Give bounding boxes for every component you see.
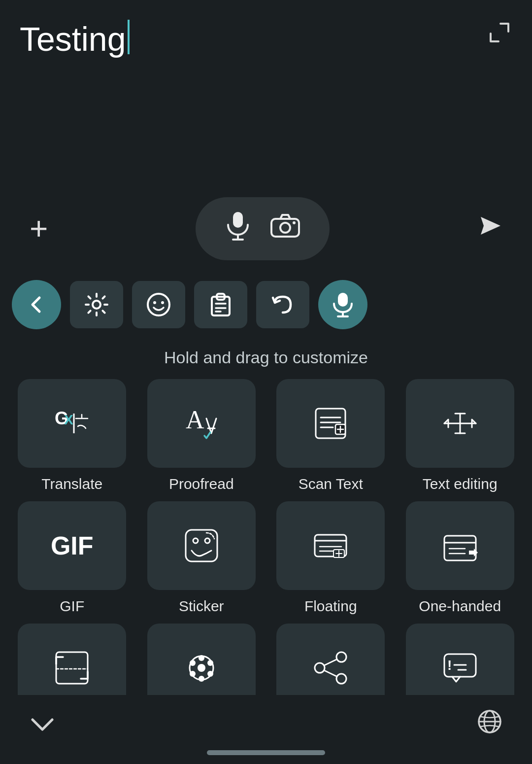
- input-action-row: +: [0, 187, 532, 270]
- svg-rect-0: [233, 212, 243, 228]
- microphone-button[interactable]: [225, 211, 251, 246]
- language-button[interactable]: [477, 709, 502, 740]
- toolbar-mic-button[interactable]: [318, 280, 367, 329]
- svg-point-59: [336, 652, 346, 662]
- svg-point-52: [199, 655, 204, 661]
- home-indicator: [207, 750, 325, 755]
- feature-scan-text[interactable]: Scan Text: [270, 379, 391, 492]
- svg-line-62: [324, 660, 336, 665]
- svg-rect-35: [186, 530, 217, 561]
- svg-point-10: [161, 301, 164, 304]
- svg-point-37: [205, 538, 210, 543]
- feature-one-handed[interactable]: One-handed: [400, 501, 521, 615]
- text-editing-label: Text editing: [423, 476, 498, 492]
- feature-sticker[interactable]: Sticker: [141, 501, 262, 615]
- clipboard-button[interactable]: [194, 281, 247, 328]
- svg-text:A: A: [186, 406, 204, 434]
- typed-text: Testing: [20, 20, 126, 58]
- svg-text:X: X: [64, 412, 73, 427]
- svg-point-7: [93, 301, 100, 309]
- gif-icon-box: GIF: [18, 501, 126, 590]
- floating-label: Floating: [304, 598, 357, 615]
- svg-point-57: [190, 660, 196, 666]
- keyboard-hide-button[interactable]: [30, 710, 55, 739]
- scan-text-label: Scan Text: [299, 476, 363, 492]
- svg-point-9: [153, 301, 156, 304]
- gif-label: GIF: [60, 598, 84, 615]
- svg-point-56: [190, 671, 196, 677]
- translate-label: Translate: [41, 476, 102, 492]
- camera-button[interactable]: [270, 213, 300, 244]
- toolbar-row: [0, 275, 532, 334]
- one-handed-icon-box: [406, 501, 514, 590]
- gif-text: GIF: [51, 531, 94, 560]
- svg-line-63: [324, 670, 336, 676]
- proofread-icon-box: A: [147, 379, 256, 468]
- one-handed-label: One-handed: [419, 598, 501, 615]
- text-cursor: [128, 20, 130, 54]
- undo-button[interactable]: [256, 281, 309, 328]
- feature-floating[interactable]: Floating: [270, 501, 391, 615]
- mic-camera-pill: [196, 197, 330, 260]
- settings-button[interactable]: [70, 281, 123, 328]
- features-section: G X Translate A Proofread: [0, 379, 532, 747]
- proofread-label: Proofread: [169, 476, 234, 492]
- text-input-area[interactable]: Testing: [0, 0, 532, 187]
- svg-marker-6: [481, 217, 500, 235]
- customize-hint: Hold and drag to customize: [0, 338, 532, 379]
- svg-point-58: [198, 664, 205, 672]
- svg-rect-3: [271, 219, 299, 237]
- features-grid: G X Translate A Proofread: [12, 379, 520, 737]
- svg-point-54: [207, 671, 213, 677]
- scan-text-icon-box: [276, 379, 385, 468]
- floating-icon-box: [276, 501, 385, 590]
- svg-point-53: [207, 660, 213, 666]
- text-editing-icon-box: [406, 379, 514, 468]
- svg-point-55: [199, 676, 204, 682]
- feature-gif[interactable]: GIF GIF: [12, 501, 133, 615]
- bottom-bar: [0, 695, 532, 764]
- svg-point-4: [280, 223, 290, 233]
- feature-translate[interactable]: G X Translate: [12, 379, 133, 492]
- sticker-icon-box: [147, 501, 256, 590]
- translate-icon-box: G X: [18, 379, 126, 468]
- svg-point-5: [293, 221, 296, 224]
- feature-proofread[interactable]: A Proofread: [141, 379, 262, 492]
- back-button[interactable]: [12, 280, 61, 329]
- svg-point-61: [315, 663, 325, 673]
- svg-point-60: [336, 674, 346, 684]
- send-button[interactable]: [477, 213, 502, 245]
- emoji-button[interactable]: [132, 281, 185, 328]
- svg-point-36: [193, 538, 198, 543]
- sticker-label: Sticker: [179, 598, 224, 615]
- feature-text-editing[interactable]: Text editing: [400, 379, 521, 492]
- svg-point-8: [148, 294, 169, 315]
- svg-rect-16: [338, 293, 348, 307]
- svg-text:!: !: [447, 658, 452, 673]
- plus-button[interactable]: +: [30, 213, 48, 244]
- expand-button[interactable]: [487, 20, 512, 51]
